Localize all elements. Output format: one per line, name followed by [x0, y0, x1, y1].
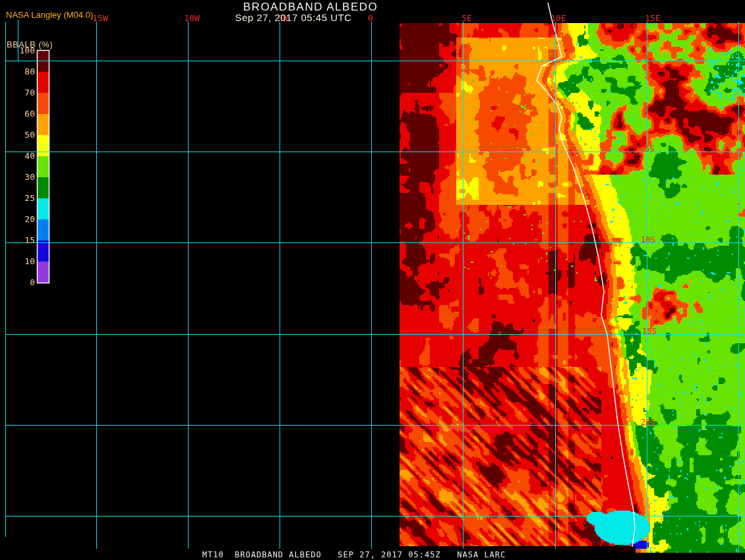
albedo-product-page: 15W10W5W05E10E15E05S10S15S20S10080706050…	[0, 0, 745, 560]
timestamp-subtitle: Sep 27, 2017 05:45 UTC	[235, 13, 352, 22]
colorbar-tick-50: 50	[9, 130, 35, 139]
colorbar-tick-0: 0	[9, 278, 35, 287]
colorbar-tick-60: 60	[9, 109, 35, 118]
lon-label-10W: 10W	[177, 14, 206, 22]
colorbar-tick-20: 20	[9, 215, 35, 223]
lon-label-15E: 15E	[638, 14, 667, 22]
page-title: BROADBAND ALBEDO	[243, 1, 378, 13]
colorbar-tick-30: 30	[9, 173, 35, 181]
colorbar-tick-40: 40	[9, 152, 35, 160]
lat-label-0: 0	[643, 54, 647, 62]
lat-label-10S: 10S	[641, 236, 655, 244]
colorbar-tick-10: 10	[9, 257, 35, 266]
footer-caption: MT10 BROADBAND ALBEDO SEP 27, 2017 05:45…	[202, 551, 506, 559]
product-version-label: NASA Langley (M04.0)	[6, 11, 93, 19]
lat-label-15S: 15S	[642, 327, 657, 335]
colorbar-tick-80: 80	[9, 67, 35, 76]
lat-label-5S: 5S	[645, 145, 654, 153]
lat-label-20S: 20S	[641, 418, 655, 426]
colorbar-tick-15: 15	[9, 236, 35, 244]
colorbar-tick-25: 25	[9, 194, 35, 202]
lon-label-10E: 10E	[544, 14, 573, 22]
colorbar-tick-70: 70	[9, 88, 35, 97]
lon-label-0: 0	[356, 14, 385, 22]
label-overlay: 15W10W5W05E10E15E05S10S15S20S10080706050…	[0, 0, 745, 560]
lon-label-5E: 5E	[452, 14, 481, 22]
colorbar-title: BBALB (%)	[7, 40, 53, 49]
